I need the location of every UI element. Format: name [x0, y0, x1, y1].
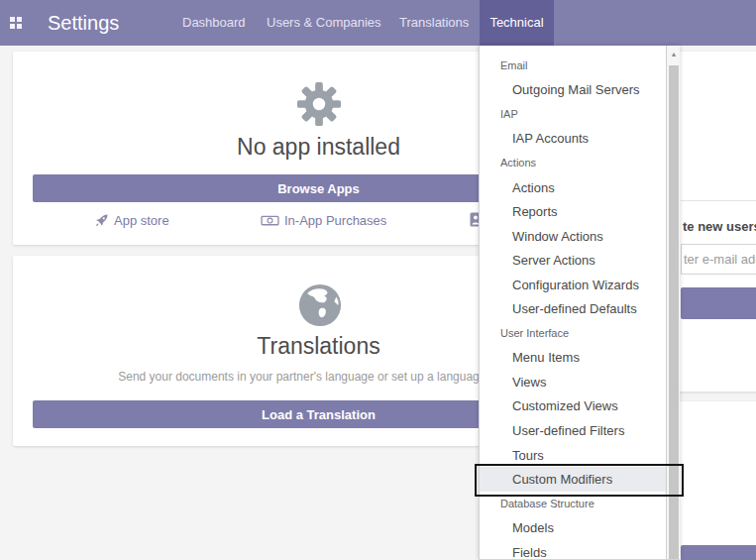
technical-dropdown-menu: EmailOutgoing Mail ServersIAPIAP Account…: [479, 46, 680, 560]
dropdown-list: EmailOutgoing Mail ServersIAPIAP Account…: [480, 54, 666, 560]
in-app-purchases-link[interactable]: In-App Purchases: [261, 212, 386, 228]
nav-item-technical[interactable]: Technical: [480, 0, 554, 46]
settings-page: No app installed Browse Apps App store I…: [0, 0, 756, 560]
scroll-up-icon[interactable]: ▲: [667, 48, 680, 61]
menu-item-reports[interactable]: Reports: [480, 199, 666, 224]
nav-item-users-companies[interactable]: Users & Companies: [267, 0, 381, 46]
menu-section-email: Email: [480, 54, 666, 78]
app-store-link[interactable]: App store: [94, 212, 169, 228]
gear-icon: [296, 81, 342, 127]
apps-grid-icon[interactable]: [10, 17, 23, 30]
menu-item-customized-views[interactable]: Customized Views: [480, 394, 666, 419]
invite-button[interactable]: [681, 287, 756, 319]
in-app-purchases-label: In-App Purchases: [284, 213, 386, 228]
users-card-divider: [681, 200, 756, 201]
invite-users-heading: te new users: [683, 219, 756, 234]
menu-item-tours[interactable]: Tours: [480, 443, 666, 468]
main-navbar: Settings DashboardUsers & CompaniesTrans…: [0, 0, 756, 46]
menu-item-menu-items[interactable]: Menu Items: [480, 346, 666, 371]
menu-item-user-defined-filters[interactable]: User-defined Filters: [480, 418, 666, 443]
menu-section-database-structure: Database Structure: [480, 492, 666, 516]
menu-item-models[interactable]: Models: [480, 515, 666, 540]
invite-email-input[interactable]: [681, 244, 756, 275]
menu-item-custom-modifiers[interactable]: Custom Modifiers: [480, 467, 666, 492]
nav-item-dashboard[interactable]: Dashboard: [182, 0, 246, 46]
menu-item-views[interactable]: Views: [480, 370, 666, 394]
rocket-icon: [94, 213, 109, 228]
menu-section-actions: Actions: [480, 151, 666, 175]
scrollbar-thumb[interactable]: [669, 65, 679, 560]
menu-item-actions[interactable]: Actions: [480, 175, 666, 200]
app-store-label: App store: [114, 213, 169, 228]
nav-item-translations[interactable]: Translations: [399, 0, 469, 46]
menu-item-outgoing-mail-servers[interactable]: Outgoing Mail Servers: [480, 78, 666, 103]
menu-item-fields[interactable]: Fields: [480, 540, 666, 560]
dropdown-scrollbar[interactable]: ▲: [666, 46, 680, 560]
menu-section-user-interface: User Interface: [480, 321, 666, 346]
banknote-icon: [261, 213, 279, 228]
extra-card-button[interactable]: [681, 545, 756, 560]
app-title[interactable]: Settings: [48, 0, 119, 46]
menu-section-iap: IAP: [480, 102, 666, 127]
globe-icon: [297, 282, 343, 328]
menu-item-window-actions[interactable]: Window Actions: [480, 224, 666, 249]
menu-item-server-actions[interactable]: Server Actions: [480, 248, 666, 273]
menu-item-configuration-wizards[interactable]: Configuration Wizards: [480, 273, 666, 297]
menu-item-user-defined-defaults[interactable]: User-defined Defaults: [480, 296, 666, 321]
menu-item-iap-accounts[interactable]: IAP Accounts: [480, 127, 666, 152]
